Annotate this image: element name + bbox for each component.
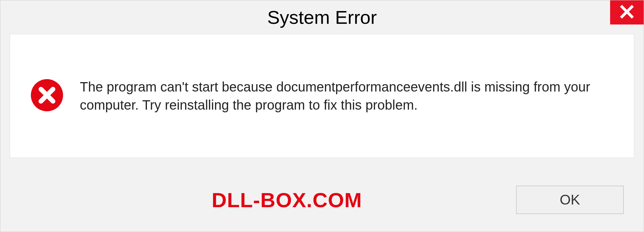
content-box: The program can't start because document…: [10, 34, 634, 158]
title-bar: System Error: [0, 0, 644, 34]
close-button[interactable]: [610, 0, 644, 24]
error-dialog: System Error The program can't start bec…: [0, 0, 644, 232]
watermark-text: DLL-BOX.COM: [212, 188, 362, 212]
dialog-title: System Error: [267, 6, 377, 28]
error-message: The program can't start because document…: [80, 78, 603, 114]
ok-button[interactable]: OK: [516, 186, 624, 214]
ok-button-label: OK: [560, 192, 580, 208]
dialog-footer: DLL-BOX.COM OK: [0, 168, 644, 232]
error-icon: [30, 78, 64, 113]
close-icon: [620, 4, 634, 20]
